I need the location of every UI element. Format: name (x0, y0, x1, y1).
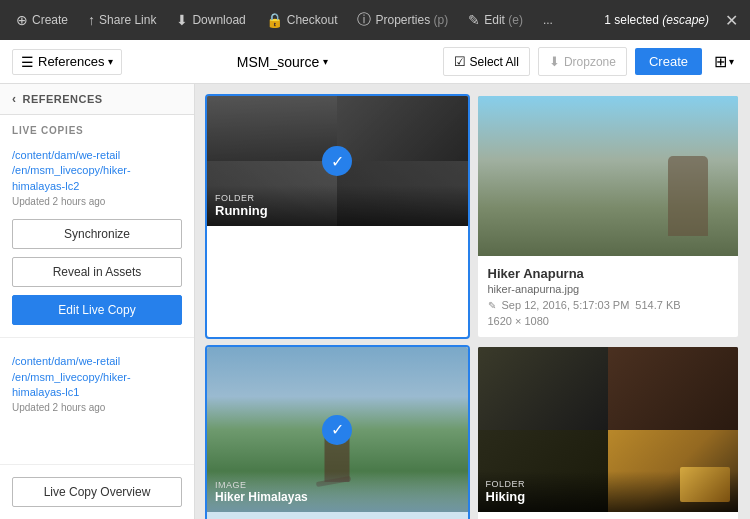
hiker-himalayas-card[interactable]: ✓ IMAGE Hiker Himalayas hiker-himalayas.… (207, 347, 468, 519)
download-arrow-icon: ⬇ (549, 54, 560, 69)
reveal-assets-button[interactable]: Reveal in Assets (12, 257, 182, 287)
sec-right: ☑ Select All ⬇ Dropzone Create ⊞ ▾ (443, 47, 738, 76)
card-type: FOLDER (215, 193, 460, 203)
pencil-icon: ✎ (488, 300, 496, 311)
pencil-icon: ✎ (468, 12, 480, 28)
checkout-button[interactable]: 🔒 Checkout (258, 8, 346, 32)
share-link-button[interactable]: ↑ Share Link (80, 8, 164, 32)
edit-live-copy-button[interactable]: Edit Live Copy (12, 295, 182, 325)
selected-check: ✓ (322, 146, 352, 176)
card-dims: 1620 × 1080 (488, 315, 729, 327)
selected-check: ✓ (322, 415, 352, 445)
more-button[interactable]: ... (535, 9, 561, 31)
close-button[interactable]: ✕ (721, 7, 742, 34)
selected-count: 1 selected (escape) (604, 13, 709, 27)
properties-button[interactable]: ⓘ Properties (p) (349, 7, 456, 33)
live-copy-updated-1: Updated 2 hours ago (12, 196, 182, 207)
view-toggle[interactable]: ⊞ ▾ (710, 48, 738, 75)
msm-source-label[interactable]: MSM_source ▾ (237, 54, 328, 70)
create-icon: ⊕ (16, 12, 28, 28)
live-copy-item-1: /content/dam/we-retail/en/msm_livecopy/h… (0, 140, 194, 215)
grid-view-icon: ⊞ (714, 52, 727, 71)
references-icon: ☰ (21, 54, 34, 70)
sidebar-header: ‹ REFERENCES (0, 84, 194, 115)
toolbar: ⊕ Create ↑ Share Link ⬇ Download 🔒 Check… (0, 0, 750, 40)
live-copy-path-1: /content/dam/we-retail/en/msm_livecopy/h… (12, 148, 182, 194)
himalayas-thumb: ✓ IMAGE Hiker Himalayas (207, 347, 468, 512)
live-copy-path-2: /content/dam/we-retail/en/msm_livecopy/h… (12, 354, 182, 400)
sidebar-footer: Live Copy Overview (0, 464, 194, 519)
card-info: hiker-himalayas.jpg ✎ Sep 12, 2016, 5:16… (207, 512, 468, 519)
card-title: Hiker Anapurna (488, 266, 729, 281)
download-button[interactable]: ⬇ Download (168, 8, 253, 32)
card-info: Hiker Anapurna hiker-anapurna.jpg ✎ Sep … (478, 256, 739, 337)
card-name: Running (215, 203, 460, 218)
hiking-thumb: FOLDER Hiking (478, 347, 739, 512)
asset-grid: FOLDER Running ✓ Hiker Anapurna hiker-an… (207, 96, 738, 519)
create-main-button[interactable]: Create (635, 48, 702, 75)
running-folder-thumb: FOLDER Running ✓ (207, 96, 468, 226)
select-all-button[interactable]: ☑ Select All (443, 47, 530, 76)
info-icon: ⓘ (357, 11, 371, 29)
download-icon: ⬇ (176, 12, 188, 28)
card-meta: ✎ Sep 12, 2016, 5:17:03 PM 514.7 KB (488, 299, 729, 311)
live-copies-title: LIVE COPIES (0, 115, 194, 140)
chevron-down-icon: ▾ (108, 56, 113, 67)
divider (0, 337, 194, 338)
hiker-anapurna-card[interactable]: Hiker Anapurna hiker-anapurna.jpg ✎ Sep … (478, 96, 739, 337)
chevron-down-icon: ▾ (323, 56, 328, 67)
edit-button[interactable]: ✎ Edit (e) (460, 8, 531, 32)
secondary-bar: ☰ References ▾ MSM_source ▾ ☑ Select All… (0, 40, 750, 84)
folder-overlay: FOLDER Running (207, 185, 468, 226)
sidebar: ‹ REFERENCES LIVE COPIES /content/dam/we… (0, 84, 195, 519)
live-copy-overview-button[interactable]: Live Copy Overview (12, 477, 182, 507)
live-copy-item-2: /content/dam/we-retail/en/msm_livecopy/h… (0, 346, 194, 421)
hiking-folder-card[interactable]: FOLDER Hiking (478, 347, 739, 519)
back-arrow-icon: ‹ (12, 92, 17, 106)
dropzone-button[interactable]: ⬇ Dropzone (538, 47, 627, 76)
anapurna-thumb (478, 96, 739, 256)
chevron-down-icon: ▾ (729, 56, 734, 67)
synchronize-button[interactable]: Synchronize (12, 219, 182, 249)
checkbox-icon: ☑ (454, 54, 466, 69)
running-folder-card[interactable]: FOLDER Running ✓ (207, 96, 468, 337)
main-layout: ‹ REFERENCES LIVE COPIES /content/dam/we… (0, 84, 750, 519)
live-copy-updated-2: Updated 2 hours ago (12, 402, 182, 413)
create-button[interactable]: ⊕ Create (8, 8, 76, 32)
share-icon: ↑ (88, 12, 95, 28)
references-dropdown[interactable]: ☰ References ▾ (12, 49, 122, 75)
lock-icon: 🔒 (266, 12, 283, 28)
content-area: FOLDER Running ✓ Hiker Anapurna hiker-an… (195, 84, 750, 519)
card-filename: hiker-anapurna.jpg (488, 283, 729, 295)
